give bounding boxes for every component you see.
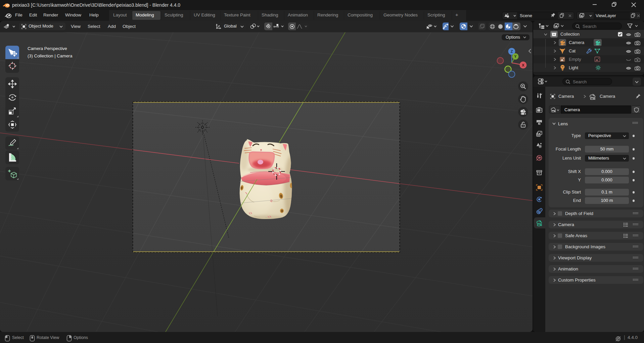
svg-text:Z: Z bbox=[511, 49, 513, 53]
svg-text:Y: Y bbox=[514, 54, 516, 58]
svg-text:X: X bbox=[522, 63, 524, 67]
